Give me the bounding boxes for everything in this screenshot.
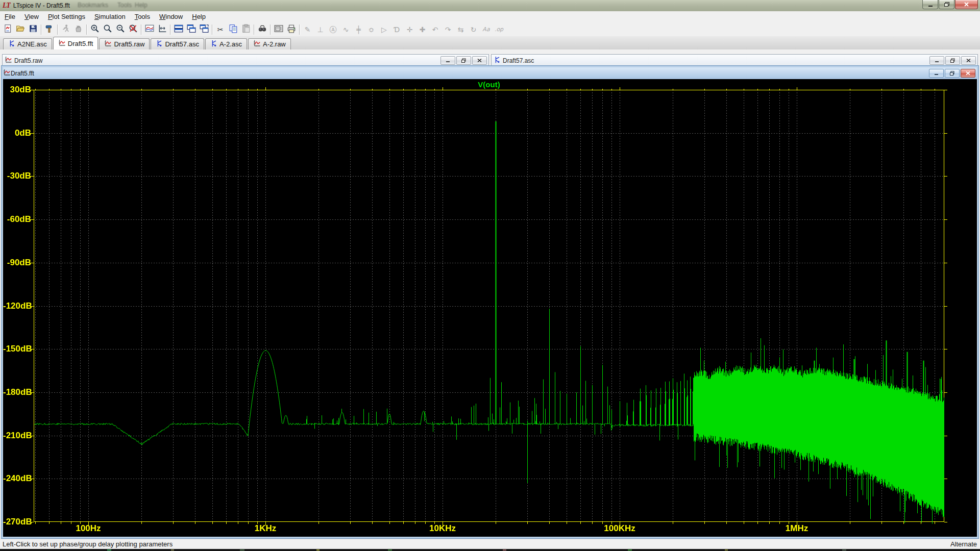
fft-plot-area[interactable]: V(out) 30dB0dB-30dB-60dB-90dB-120dB-150d…	[3, 79, 977, 537]
menu-bar: FileViewPlot SettingsSimulationToolsWind…	[0, 11, 980, 23]
child-window-title: Draft57.asc	[503, 57, 534, 64]
zoom-in-button[interactable]	[88, 23, 101, 36]
copy-icon	[229, 24, 238, 35]
save-button[interactable]	[27, 23, 39, 36]
move-icon: ✛	[407, 26, 413, 33]
component-button: Ɗ	[390, 23, 403, 36]
run-icon	[61, 24, 70, 35]
print-preview-button[interactable]	[272, 23, 285, 36]
diode-icon: ▷	[381, 26, 387, 33]
schematic-tab-icon	[156, 40, 163, 48]
zoom-full-extents-button[interactable]	[101, 23, 114, 36]
child-close-button[interactable]	[961, 69, 975, 78]
tab-a-2.raw[interactable]: A-2.raw	[248, 38, 291, 49]
paste-icon	[241, 24, 251, 35]
tab-label: Draft5.fft	[68, 40, 93, 47]
y-axis-label: -180dB	[3, 388, 31, 397]
run-button	[59, 23, 72, 36]
tab-a-2.asc[interactable]: A-2.asc	[205, 38, 247, 49]
child-close-button[interactable]	[472, 56, 487, 65]
tab-draft57.asc[interactable]: Draft57.asc	[151, 38, 204, 49]
schematic-file-icon	[494, 56, 501, 65]
menu-view[interactable]: View	[20, 11, 43, 22]
menu-help[interactable]: Help	[187, 11, 210, 22]
toolbar: ✂✎⊥Ⓐ∿╪≎▷Ɗ✛✚↶↷⇆↻Aa.op	[0, 22, 980, 37]
menu-tools[interactable]: Tools	[130, 11, 155, 22]
new-schematic-icon	[3, 24, 12, 35]
y-axis-label: -150dB	[3, 344, 31, 354]
cascade-button[interactable]	[198, 23, 210, 36]
trace-legend-vout[interactable]: V(out)	[34, 80, 944, 89]
restore-button[interactable]	[939, 0, 954, 9]
zoom-undo-button[interactable]	[127, 23, 139, 36]
menu-file[interactable]: File	[0, 11, 20, 22]
child-restore-button[interactable]	[945, 56, 960, 65]
y-axis-label: -60dB	[3, 215, 31, 224]
spice-directive-button: .op	[493, 23, 505, 36]
child-restore-button[interactable]	[456, 56, 471, 65]
waveform-file-icon	[5, 56, 12, 65]
control-panel-button[interactable]	[43, 23, 56, 36]
halt-button	[72, 23, 85, 36]
child-window-draft5-fft[interactable]: Draft5.fft V(out) 30dB0dB-30dB-60dB-90dB…	[1, 65, 979, 539]
ltspice-app-window: LT LTspice IV - Draft5.fft Bookmarks Too…	[0, 0, 980, 551]
new-schematic-button[interactable]	[1, 23, 14, 36]
tile-horizontal-icon	[174, 24, 183, 35]
child-window-title: Draft5.raw	[14, 57, 42, 64]
tile-vertical-button[interactable]	[185, 23, 198, 36]
open-button[interactable]	[14, 23, 27, 36]
find-button[interactable]	[256, 23, 268, 36]
child-window-title: Draft5.fft	[11, 70, 34, 77]
minimize-button[interactable]	[922, 0, 938, 9]
y-axis-label: -30dB	[3, 171, 31, 181]
tile-horizontal-button[interactable]	[172, 23, 185, 36]
zoom-undo-icon	[129, 24, 138, 35]
toolbar-separator	[41, 24, 41, 35]
print-button[interactable]	[285, 23, 298, 36]
resistor-icon: ∿	[343, 26, 349, 33]
ghost-menu-tools: Tools	[117, 2, 132, 9]
minimize-icon	[927, 0, 934, 9]
tab-label: A2NE.asc	[17, 40, 47, 48]
fft-plot-canvas[interactable]	[3, 79, 977, 537]
zoom-out-button[interactable]	[114, 23, 127, 36]
y-axis-label: -210dB	[3, 431, 31, 440]
cut-button[interactable]: ✂	[214, 23, 227, 36]
toolbar-separator	[170, 24, 170, 35]
plot-settings-button[interactable]	[143, 23, 156, 36]
close-icon	[963, 0, 970, 9]
status-message: Left-Click to set up phase/group delay p…	[3, 540, 173, 548]
tab-a2ne.asc[interactable]: A2NE.asc	[3, 38, 52, 49]
child-minimize-button[interactable]	[929, 56, 944, 65]
paste-button	[239, 23, 252, 36]
halt-icon	[74, 24, 83, 35]
fft-window-title-bar[interactable]: Draft5.fft	[3, 67, 977, 79]
tab-draft5.raw[interactable]: Draft5.raw	[99, 38, 150, 49]
menu-window[interactable]: Window	[155, 11, 187, 22]
autorange-button[interactable]	[156, 23, 168, 36]
child-minimize-button[interactable]	[440, 56, 455, 65]
net-label-button: Ⓐ	[327, 23, 339, 36]
copy-button[interactable]	[227, 23, 239, 36]
ground-icon: ⊥	[317, 26, 323, 33]
spice-directive-icon: .op	[495, 27, 503, 32]
redo-button: ↷	[442, 23, 454, 36]
main-title-bar[interactable]: LT LTspice IV - Draft5.fft Bookmarks Too…	[0, 0, 980, 12]
ltspice-logo-icon: LT	[3, 2, 10, 10]
zoom-in-icon	[90, 24, 100, 35]
menu-plot-settings[interactable]: Plot Settings	[43, 11, 90, 22]
save-icon	[29, 24, 38, 35]
close-button[interactable]	[955, 0, 978, 9]
tab-draft5.fft[interactable]: Draft5.fft	[53, 37, 99, 49]
toolbar-separator	[270, 24, 271, 35]
open-icon	[16, 24, 25, 35]
mdi-client-area: Draft5.raw Draft57.asc Draft5.fft	[0, 49, 980, 539]
child-restore-button[interactable]	[945, 69, 960, 78]
wire-icon: ✎	[305, 26, 311, 33]
menu-simulation[interactable]: Simulation	[90, 11, 130, 22]
x-axis-label: 1MHz	[786, 523, 808, 534]
child-minimize-button[interactable]	[929, 69, 944, 78]
child-close-button[interactable]	[961, 56, 976, 65]
undo-icon: ↶	[432, 26, 438, 33]
find-icon	[258, 24, 267, 35]
